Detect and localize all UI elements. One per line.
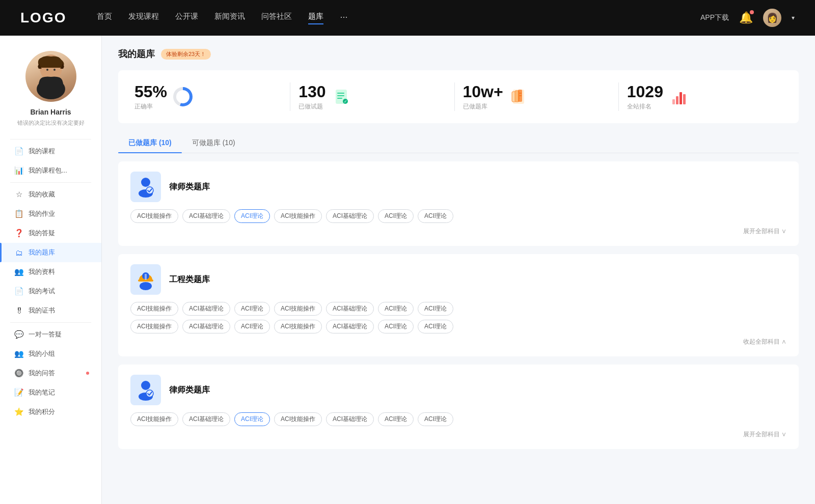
eng-tag-r1-5[interactable]: ACI理论 [378, 302, 414, 316]
points-icon: ⭐ [14, 407, 23, 416]
qna-icon: ❓ [14, 229, 23, 238]
l2-tag-1[interactable]: ACI基础理论 [182, 412, 230, 426]
sidebar-divider-3 [10, 322, 91, 323]
l2-tag-0[interactable]: ACI技能操作 [130, 412, 178, 426]
tab-done-banks[interactable]: 已做题库 (10) [118, 133, 182, 153]
collapse-engineer-1[interactable]: 收起全部科目 ∧ [130, 338, 786, 346]
stat-done-banks: 10w+ 已做题库 [455, 82, 619, 111]
l2-tag-4[interactable]: ACI基础理论 [326, 412, 374, 426]
sidebar-item-my-group[interactable]: 👥 我的小组 [0, 344, 101, 363]
group-icon: 👥 [14, 349, 23, 358]
logo[interactable]: LOGO [20, 10, 66, 26]
eng-tag-r1-3[interactable]: ACI技能操作 [274, 302, 322, 316]
tab-available-banks[interactable]: 可做题库 (10) [182, 133, 246, 153]
eng-tag-r1-1[interactable]: ACI基础理论 [182, 302, 230, 316]
sidebar-item-my-answers[interactable]: 🔘 我的问答 [0, 363, 101, 383]
sidebar-item-my-courses[interactable]: 📄 我的课程 [0, 142, 101, 161]
eng-tag-r1-4[interactable]: ACI基础理论 [326, 302, 374, 316]
sidebar-item-my-exam[interactable]: 📄 我的考试 [0, 282, 101, 301]
sidebar-item-my-data[interactable]: 👥 我的资料 [0, 262, 101, 282]
stat-value-done-questions: 130 [298, 82, 325, 101]
sidebar: Brian Harris 错误的决定比没有决定要好 📄 我的课程 📊 我的课程包… [0, 36, 102, 504]
stat-correct-rate: 55% 正确率 [134, 82, 290, 111]
stat-done-questions: 130 已做试题 ✓ [290, 82, 454, 111]
stats-card: 55% 正确率 130 已做试题 [118, 70, 799, 123]
sidebar-item-my-qna[interactable]: ❓ 我的答疑 [0, 223, 101, 243]
sidebar-item-my-cert[interactable]: 🎖 我的证书 [0, 301, 101, 320]
stat-label-done-banks: 已做题库 [463, 102, 503, 111]
sidebar-item-label: 我的资料 [29, 267, 55, 276]
tag-6[interactable]: ACI理论 [418, 209, 453, 223]
sidebar-item-my-homework[interactable]: 📋 我的作业 [0, 204, 101, 223]
page-title: 我的题库 [118, 48, 155, 60]
bar-chart-visual [672, 90, 686, 104]
sidebar-item-label: 我的题库 [29, 248, 55, 257]
exam-icon: 📄 [14, 287, 23, 296]
svg-rect-7 [337, 98, 342, 99]
eng-tag-r1-2[interactable]: ACI理论 [234, 302, 270, 316]
l2-tag-6[interactable]: ACI理论 [418, 412, 453, 426]
tag-2-active[interactable]: ACI理论 [234, 209, 270, 223]
stat-value-correct-rate: 55% [134, 82, 167, 101]
sidebar-item-label: 我的证书 [29, 306, 55, 315]
tag-3[interactable]: ACI技能操作 [274, 209, 322, 223]
notes-icon: 📝 [14, 388, 23, 397]
svg-rect-6 [337, 95, 344, 96]
eng-tag-r1-6[interactable]: ACI理论 [418, 302, 453, 316]
lawyer-icon-2 [130, 375, 161, 405]
sidebar-divider-1 [10, 139, 91, 139]
nav-qa[interactable]: 问答社区 [261, 12, 292, 24]
one-on-one-icon: 💬 [14, 330, 23, 339]
nav-news[interactable]: 新闻资讯 [214, 12, 245, 24]
expand-lawyer-1[interactable]: 展开全部科目 ∨ [130, 227, 786, 236]
l2-tag-3[interactable]: ACI技能操作 [274, 412, 322, 426]
bell-button[interactable]: 🔔 [739, 11, 753, 24]
expand-lawyer-2[interactable]: 展开全部科目 ∨ [130, 430, 786, 439]
svg-point-3 [53, 69, 56, 71]
avatar-chevron-icon[interactable]: ▾ [792, 14, 795, 21]
avatar-image [31, 53, 71, 99]
nav-open-courses[interactable]: 公开课 [175, 12, 198, 24]
tag-5[interactable]: ACI理论 [378, 209, 414, 223]
data-icon: 👥 [14, 267, 23, 276]
nav-app-download[interactable]: APP下载 [700, 13, 729, 22]
nav-home[interactable]: 首页 [97, 12, 112, 24]
nav-discover[interactable]: 发现课程 [128, 12, 159, 24]
eng-tag-r2-6[interactable]: ACI理论 [418, 320, 453, 333]
qbank-card-lawyer-1: 律师类题库 ACI技能操作 ACI基础理论 ACI理论 ACI技能操作 ACI基… [118, 161, 799, 246]
engineer-icon-1 [130, 264, 161, 295]
eng-tag-r2-3[interactable]: ACI技能操作 [274, 320, 322, 333]
sidebar-item-my-favorites[interactable]: ☆ 我的收藏 [0, 185, 101, 204]
sidebar-item-my-points[interactable]: ⭐ 我的积分 [0, 402, 101, 422]
navbar: LOGO 首页 发现课程 公开课 新闻资讯 问答社区 题库 ··· APP下载 … [0, 0, 815, 36]
qbank-card-engineer-1: 工程类题库 ACI技能操作 ACI基础理论 ACI理论 ACI技能操作 ACI基… [118, 254, 799, 356]
sidebar-item-label: 我的答疑 [29, 229, 55, 238]
eng-tag-r2-5[interactable]: ACI理论 [378, 320, 414, 333]
eng-tag-r2-0[interactable]: ACI技能操作 [130, 320, 178, 333]
nav-right: APP下载 🔔 👩 ▾ [700, 9, 795, 27]
qbank-title-lawyer-1: 律师类题库 [169, 182, 210, 192]
eng-tag-r2-4[interactable]: ACI基础理论 [326, 320, 374, 333]
sidebar-item-my-notes[interactable]: 📝 我的笔记 [0, 383, 101, 402]
sidebar-avatar[interactable] [25, 51, 76, 102]
user-avatar[interactable]: 👩 [763, 9, 781, 27]
sidebar-item-label: 我的收藏 [29, 190, 55, 199]
answers-notification-dot [86, 372, 89, 375]
sidebar-item-my-bank[interactable]: 🗂 我的题库 [0, 243, 101, 262]
page-wrapper: Brian Harris 错误的决定比没有决定要好 📄 我的课程 📊 我的课程包… [0, 36, 815, 504]
sidebar-item-one-on-one[interactable]: 💬 一对一答疑 [0, 325, 101, 344]
tag-4[interactable]: ACI基础理论 [326, 209, 374, 223]
eng-tag-r2-1[interactable]: ACI基础理论 [182, 320, 230, 333]
stat-value-done-banks: 10w+ [463, 82, 503, 101]
nav-more[interactable]: ··· [340, 12, 347, 24]
sidebar-item-my-packages[interactable]: 📊 我的课程包... [0, 161, 101, 180]
qbank-tags-engineer-row2: ACI技能操作 ACI基础理论 ACI理论 ACI技能操作 ACI基础理论 AC… [130, 320, 786, 333]
tag-0[interactable]: ACI技能操作 [130, 209, 178, 223]
eng-tag-r1-0[interactable]: ACI技能操作 [130, 302, 178, 316]
qbank-tags-lawyer-1: ACI技能操作 ACI基础理论 ACI理论 ACI技能操作 ACI基础理论 AC… [130, 209, 786, 223]
l2-tag-2-active[interactable]: ACI理论 [234, 412, 270, 426]
eng-tag-r2-2[interactable]: ACI理论 [234, 320, 270, 333]
tag-1[interactable]: ACI基础理论 [182, 209, 230, 223]
nav-qbank[interactable]: 题库 [308, 12, 323, 24]
l2-tag-5[interactable]: ACI理论 [378, 412, 414, 426]
